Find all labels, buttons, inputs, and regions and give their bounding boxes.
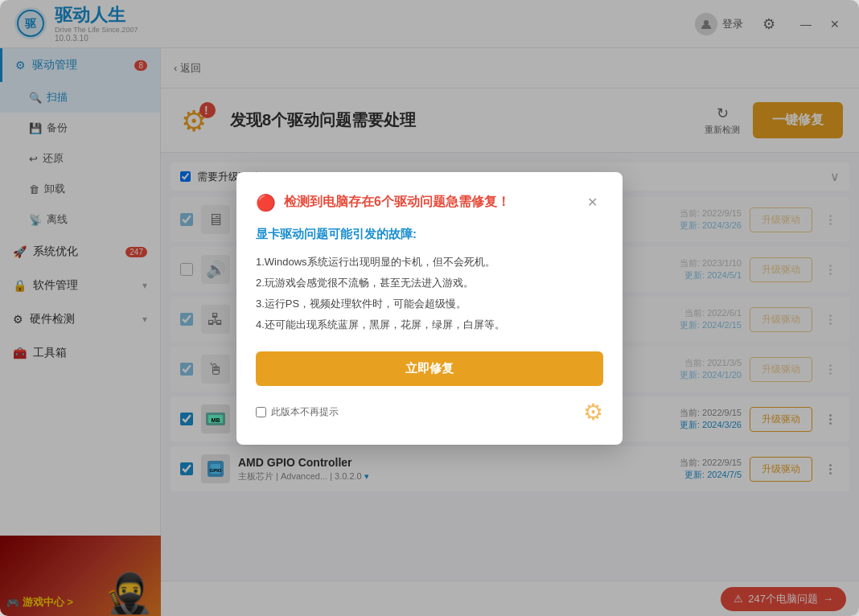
content-area: ‹ 返回 ⚙ ! 发现8个驱动问题需要处理 ↻ 重新检测 bbox=[161, 48, 859, 616]
modal-item-4: 4.还可能出现系统蓝屏，黑屏，花屏，绿屏，白屏等。 bbox=[256, 314, 603, 335]
modal-footer: 此版本不再提示 ⚙ bbox=[256, 399, 603, 425]
app-window: 驱 驱动人生 Drive The Life Since.2007 10.0.3.… bbox=[0, 0, 859, 616]
modal-close-button[interactable]: ✕ bbox=[581, 191, 603, 214]
modal-list: 1.Windows系统运行出现明显的卡机，但不会死机。 2.玩游戏会感觉很不流畅… bbox=[256, 252, 603, 335]
modal-overlay: 🔴 检测到电脑存在6个驱动问题急需修复！ ✕ 显卡驱动问题可能引发的故障: 1.… bbox=[161, 48, 859, 616]
main-layout: ⚙ 驱动管理 8 🔍 扫描 💾 备份 ↩ 还原 🗑 卸载 📡 bbox=[0, 48, 859, 616]
modal-item-3: 3.运行PS，视频处理软件时，可能会超级慢。 bbox=[256, 294, 603, 314]
no-remind-checkbox-label[interactable]: 此版本不再提示 bbox=[256, 405, 339, 419]
modal-title-row: 🔴 检测到电脑存在6个驱动问题急需修复！ ✕ bbox=[256, 191, 603, 214]
alert-modal: 🔴 检测到电脑存在6个驱动问题急需修复！ ✕ 显卡驱动问题可能引发的故障: 1.… bbox=[236, 172, 623, 445]
modal-item-1: 1.Windows系统运行出现明显的卡机，但不会死机。 bbox=[256, 252, 603, 273]
modal-fix-button[interactable]: 立即修复 bbox=[256, 351, 603, 386]
modal-item-2: 2.玩游戏会感觉很不流畅，甚至无法进入游戏。 bbox=[256, 273, 603, 294]
error-circle-icon: 🔴 bbox=[256, 193, 276, 212]
no-remind-label: 此版本不再提示 bbox=[271, 405, 339, 419]
modal-subtitle: 显卡驱动问题可能引发的故障: bbox=[256, 227, 603, 242]
modal-title: 检测到电脑存在6个驱动问题急需修复！ bbox=[284, 194, 573, 211]
no-remind-checkbox[interactable] bbox=[256, 407, 266, 417]
gear-spin-icon: ⚙ bbox=[583, 399, 603, 425]
